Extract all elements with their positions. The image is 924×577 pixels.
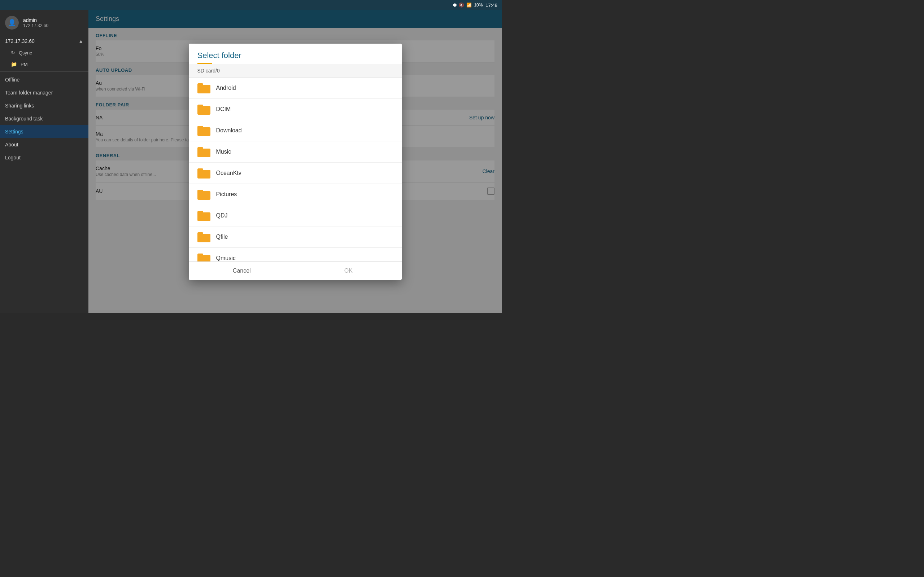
folder-icon xyxy=(197,189,210,200)
folder-icon xyxy=(197,232,210,242)
folder-icon xyxy=(197,210,210,221)
folder-icon xyxy=(197,82,210,93)
sidebar-user-ip: 172.17.32.60 xyxy=(23,23,48,28)
folder-icon xyxy=(197,147,210,157)
main-content: Settings OFFLINE Fo 50% AUTO UPLOAD Au w… xyxy=(89,10,502,313)
folder-icon: 📁 xyxy=(11,61,17,67)
dialog-title-bar: Select folder xyxy=(189,44,402,64)
sidebar-item-background[interactable]: Background task xyxy=(0,112,89,125)
sidebar-item-sharing[interactable]: Sharing links xyxy=(0,99,89,112)
wifi-icon: 📶 xyxy=(466,3,472,8)
folder-icon xyxy=(197,253,210,261)
folder-name: Music xyxy=(216,148,231,155)
folder-name: Qfile xyxy=(216,234,228,240)
folder-item[interactable]: Pictures xyxy=(189,184,402,205)
folder-item[interactable]: QDJ xyxy=(189,205,402,226)
status-icons: ⬢ 🔇 📶 10% xyxy=(453,3,483,8)
folder-icon xyxy=(197,168,210,179)
cancel-button[interactable]: Cancel xyxy=(189,262,296,280)
select-folder-dialog: Select folder SD card/0 AndroidDCIMDownl… xyxy=(189,44,402,280)
sidebar-item-logout[interactable]: Logout xyxy=(0,151,89,164)
folder-icon xyxy=(197,104,210,115)
folder-item[interactable]: Qmusic xyxy=(189,248,402,261)
sidebar: 👤 admin 172.17.32.60 172.17.32.60 ▲ ↻ Qs… xyxy=(0,10,89,313)
app-container: 👤 admin 172.17.32.60 172.17.32.60 ▲ ↻ Qs… xyxy=(0,10,502,313)
avatar: 👤 xyxy=(5,16,19,29)
folder-name: Android xyxy=(216,85,236,91)
sidebar-server-row[interactable]: 172.17.32.60 ▲ xyxy=(0,35,89,47)
sidebar-user-info: admin 172.17.32.60 xyxy=(23,17,48,28)
dialog-actions: Cancel OK xyxy=(189,261,402,280)
dialog-folder-list: AndroidDCIMDownloadMusicOceanKtvPictures… xyxy=(189,77,402,261)
folder-item[interactable]: Android xyxy=(189,77,402,99)
folder-icon xyxy=(197,125,210,136)
sidebar-item-settings[interactable]: Settings xyxy=(0,125,89,138)
sidebar-item-pm[interactable]: 📁 PM xyxy=(0,58,89,70)
sidebar-qsync-label: Qsync xyxy=(19,50,32,56)
sidebar-item-about[interactable]: About xyxy=(0,138,89,151)
folder-item[interactable]: Qfile xyxy=(189,226,402,248)
folder-name: Qmusic xyxy=(216,255,236,261)
ok-button[interactable]: OK xyxy=(295,262,402,280)
folder-name: Download xyxy=(216,127,242,134)
overlay: Select folder SD card/0 AndroidDCIMDownl… xyxy=(89,10,502,313)
sidebar-item-offline[interactable]: Offline xyxy=(0,73,89,86)
bluetooth-icon: ⬢ xyxy=(453,3,457,8)
folder-name: Pictures xyxy=(216,191,237,198)
sidebar-pm-label: PM xyxy=(21,62,28,67)
sidebar-item-team-folder[interactable]: Team folder manager xyxy=(0,86,89,99)
sidebar-user: 👤 admin 172.17.32.60 xyxy=(0,10,89,35)
dialog-breadcrumb: SD card/0 xyxy=(189,64,402,77)
folder-name: QDJ xyxy=(216,213,228,219)
sidebar-item-qsync[interactable]: ↻ Qsync xyxy=(0,47,89,58)
folder-item[interactable]: Download xyxy=(189,120,402,141)
sidebar-server-ip: 172.17.32.60 xyxy=(5,38,35,44)
folder-name: DCIM xyxy=(216,106,231,113)
sidebar-divider-1 xyxy=(0,71,89,72)
folder-item[interactable]: Music xyxy=(189,141,402,163)
folder-item[interactable]: DCIM xyxy=(189,99,402,120)
folder-item[interactable]: OceanKtv xyxy=(189,163,402,184)
dialog-title: Select folder xyxy=(197,51,393,60)
mute-icon: 🔇 xyxy=(459,3,464,8)
battery-text: 10% xyxy=(474,3,483,8)
folder-name: OceanKtv xyxy=(216,170,241,176)
status-bar: ⬢ 🔇 📶 10% 17:48 xyxy=(0,0,502,10)
sync-icon: ↻ xyxy=(11,50,15,56)
status-time: 17:48 xyxy=(485,3,498,8)
sidebar-username: admin xyxy=(23,17,48,23)
chevron-up-icon: ▲ xyxy=(78,38,83,44)
